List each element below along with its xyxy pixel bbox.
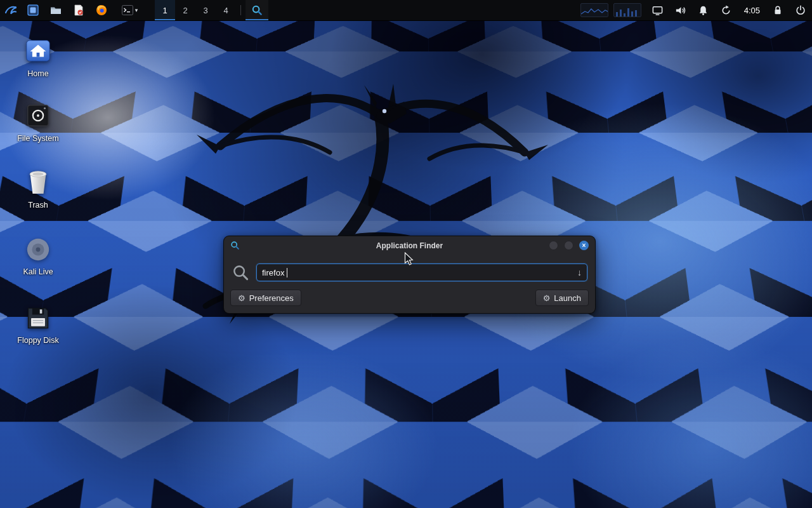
- network-graph-tray[interactable]: [613, 3, 641, 17]
- home-icon: [24, 37, 52, 65]
- minimize-button[interactable]: [549, 241, 558, 250]
- panel-separator: [240, 5, 241, 15]
- firefox-icon: [95, 4, 108, 17]
- desktop-icon-label: Trash: [28, 201, 48, 210]
- preferences-button-label: Preferences: [249, 293, 294, 303]
- hard-drive-icon: [24, 102, 52, 130]
- workspace-1[interactable]: 1: [155, 0, 175, 20]
- file-manager-icon: [27, 4, 39, 17]
- workspace-4[interactable]: 4: [216, 0, 236, 20]
- search-input[interactable]: firefox ↓: [256, 264, 587, 281]
- desktop-icon-label: Floppy Disk: [17, 336, 58, 345]
- preferences-button[interactable]: ⚙ Preferences: [230, 290, 301, 306]
- kali-logo-icon: [4, 3, 18, 17]
- entry-dropdown-icon[interactable]: ↓: [577, 268, 582, 277]
- bell-icon: [697, 4, 709, 17]
- updates-tray[interactable]: [715, 0, 738, 20]
- folder-icon: [49, 4, 62, 17]
- gear-icon: ⚙: [238, 294, 246, 302]
- desktop-icon-file-system[interactable]: File System: [6, 102, 70, 143]
- mouse-cursor: [404, 252, 417, 266]
- screen-lock-tray[interactable]: [766, 0, 789, 20]
- desktop-icon-home[interactable]: Home: [6, 37, 70, 78]
- notifications-tray[interactable]: [692, 0, 715, 20]
- workspace-3[interactable]: 3: [195, 0, 216, 20]
- floppy-disk-icon: [25, 305, 51, 331]
- desktop-icon-label: File System: [17, 134, 58, 143]
- close-button[interactable]: ×: [579, 241, 589, 250]
- disc-volume-icon: [25, 236, 51, 263]
- top-panel: ▾ 1 2 3 4: [0, 0, 812, 21]
- display-settings-tray[interactable]: [646, 0, 669, 20]
- applications-menu-button[interactable]: [0, 0, 22, 20]
- window-title: Application Finder: [224, 241, 595, 250]
- text-editor-icon: [72, 4, 85, 17]
- panel-clock[interactable]: 4:05: [738, 6, 766, 15]
- file-manager-launcher[interactable]: [22, 0, 44, 20]
- desktop-icon-kali-live[interactable]: Kali Live: [6, 236, 70, 276]
- search-icon: [232, 264, 249, 281]
- power-icon: [795, 4, 806, 16]
- application-finder-task-icon: [251, 4, 263, 16]
- desktop-icon-label: Home: [27, 69, 48, 78]
- text-caret: [287, 268, 287, 277]
- launch-button[interactable]: ⚙ Launch: [535, 290, 589, 306]
- search-input-value: firefox: [262, 268, 284, 277]
- lock-icon: [772, 4, 783, 16]
- launch-gear-icon: ⚙: [543, 294, 551, 302]
- desktop-icon-trash[interactable]: Trash: [6, 168, 70, 210]
- application-finder-icon: [230, 241, 240, 250]
- maximize-button[interactable]: [564, 241, 573, 250]
- application-finder-window: Application Finder × firefox ↓ ⚙ Prefere…: [223, 236, 596, 314]
- desktop-icon-label: Kali Live: [23, 267, 53, 276]
- launch-button-label: Launch: [554, 293, 581, 303]
- taskbar-application-finder[interactable]: [246, 0, 268, 20]
- folder-launcher[interactable]: [44, 0, 67, 20]
- logout-tray[interactable]: [789, 0, 812, 20]
- cpu-graph-tray[interactable]: [580, 3, 608, 17]
- desktop-icon-floppy-disk[interactable]: Floppy Disk: [6, 305, 70, 345]
- system-tray: 4:05: [580, 0, 812, 20]
- text-editor-launcher[interactable]: [67, 0, 90, 20]
- volume-icon: [674, 4, 686, 17]
- trash-icon: [25, 168, 51, 196]
- workspace-switcher: 1 2 3 4: [155, 0, 236, 20]
- workspace-2[interactable]: 2: [175, 0, 195, 20]
- display-icon: [652, 4, 664, 17]
- firefox-launcher[interactable]: [90, 0, 113, 20]
- chevron-down-icon[interactable]: ▾: [135, 7, 138, 13]
- terminal-launcher[interactable]: ▾: [113, 0, 146, 20]
- terminal-icon: [121, 4, 134, 17]
- refresh-icon: [720, 4, 732, 17]
- volume-tray[interactable]: [669, 0, 692, 20]
